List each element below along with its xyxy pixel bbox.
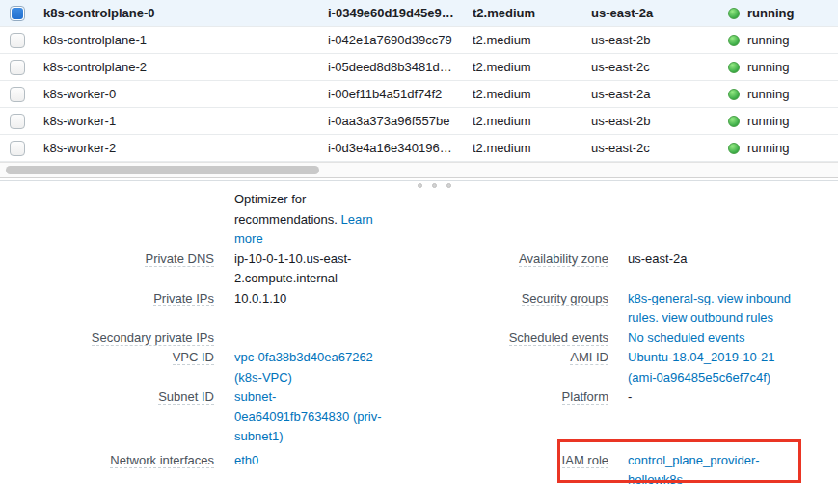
details-row: Optimizer for recommendations. Learn mor… — [0, 190, 838, 250]
scrollbar-thumb[interactable] — [6, 166, 319, 174]
security-groups-value: k8s-general-sg. view inbound rules. view… — [608, 289, 792, 329]
row-checkbox[interactable] — [10, 6, 25, 21]
cell-availability-zone: us-east-2c — [591, 60, 728, 74]
status-running-icon — [728, 143, 740, 154]
ec2-console-screen: k8s-controlplane-0 i-0349e60d19d45e9… t2… — [0, 0, 838, 504]
availability-zone-label: Availability zone — [385, 250, 608, 270]
private-ips-label: Private IPs — [0, 289, 214, 309]
state-label: running — [747, 6, 794, 20]
ami-id-value: Ubuntu-18.04_2019-10-21 (ami-0a96485e5c6… — [608, 348, 792, 387]
details-row: Private DNS ip-10-0-1-10.us-east-2.compu… — [0, 250, 838, 289]
vpc-id-value: vpc-0fa38b3d40ea67262 (k8s-VPC) — [214, 348, 385, 387]
subnet-id-label: Subnet ID — [0, 387, 214, 408]
cell-instance-name: k8s-worker-1 — [43, 114, 328, 128]
table-row[interactable]: k8s-worker-1 i-0aa3a373a96f557be t2.medi… — [0, 108, 838, 135]
security-groups-label: Security groups — [385, 289, 608, 309]
private-dns-label: Private DNS — [0, 250, 214, 270]
state-label: running — [747, 87, 789, 101]
table-row[interactable]: k8s-worker-0 i-00ef11b4a51df74f2 t2.medi… — [0, 81, 838, 108]
iam-role-value: control_plane_provider-hollowk8s — [608, 451, 792, 491]
checkbox-cell — [0, 114, 43, 129]
table-row[interactable]: k8s-controlplane-2 i-05deed8d8b3481d… t2… — [0, 54, 838, 81]
checkbox-cell — [0, 87, 43, 102]
cell-instance-type: t2.medium — [473, 141, 591, 155]
row-checkbox[interactable] — [10, 114, 25, 129]
network-interfaces-value: eth0 — [214, 451, 385, 471]
horizontal-scrollbar[interactable] — [0, 162, 838, 178]
cell-instance-state: running — [728, 33, 789, 47]
cell-availability-zone: us-east-2b — [591, 33, 728, 47]
secondary-private-ips-label: Secondary private IPs — [0, 329, 214, 349]
cell-instance-name: k8s-worker-2 — [43, 141, 328, 155]
row-checkbox[interactable] — [10, 141, 25, 156]
state-label: running — [747, 141, 789, 155]
security-groups-link[interactable]: k8s-general-sg. view inbound rules. view… — [628, 291, 791, 326]
instance-details-panel: Optimizer for recommendations. Learn mor… — [0, 180, 838, 503]
cell-instance-state: running — [728, 6, 794, 20]
details-row: Subnet ID subnet-0ea64091fb7634830 (priv… — [0, 387, 838, 447]
vpc-id-label: VPC ID — [0, 348, 214, 368]
eth0-link[interactable]: eth0 — [234, 453, 258, 467]
cell-availability-zone: us-east-2b — [591, 114, 728, 128]
state-label: running — [747, 60, 789, 74]
cell-instance-name: k8s-controlplane-2 — [43, 60, 328, 74]
details-row: Network interfaces eth0 IAM role control… — [0, 451, 838, 491]
optimizer-note: Optimizer for recommendations. Learn mor… — [214, 190, 385, 250]
panel-resize-handle[interactable] — [418, 183, 451, 188]
scheduled-events-value: No scheduled events — [608, 329, 792, 349]
subnet-id-link[interactable]: subnet-0ea64091fb7634830 (priv-subnet1) — [234, 389, 382, 443]
private-dns-value: ip-10-0-1-10.us-east-2.compute.internal — [214, 250, 385, 289]
cell-instance-state: running — [728, 114, 789, 128]
status-running-icon — [728, 8, 740, 19]
vpc-id-link[interactable]: vpc-0fa38b3d40ea67262 (k8s-VPC) — [234, 350, 373, 385]
cell-instance-type: t2.medium — [473, 60, 591, 74]
cell-instance-state: running — [728, 60, 789, 74]
checkbox-cell — [0, 33, 43, 48]
cell-instance-type: t2.medium — [473, 87, 591, 101]
details-row: VPC ID vpc-0fa38b3d40ea67262 (k8s-VPC) A… — [0, 348, 838, 387]
private-ips-value: 10.0.1.10 — [214, 289, 385, 309]
cell-instance-id: i-00ef11b4a51df74f2 — [328, 87, 473, 101]
row-checkbox[interactable] — [10, 33, 25, 48]
cell-instance-name: k8s-controlplane-1 — [43, 33, 328, 47]
optimizer-text: Optimizer for recommendations. — [234, 192, 338, 226]
cell-availability-zone: us-east-2a — [591, 87, 728, 101]
cell-availability-zone: us-east-2a — [591, 6, 728, 20]
ami-id-label: AMI ID — [385, 348, 608, 368]
subnet-id-value: subnet-0ea64091fb7634830 (priv-subnet1) — [214, 387, 385, 447]
cell-instance-id: i-0aa3a373a96f557be — [328, 114, 473, 128]
cell-instance-name: k8s-controlplane-0 — [43, 6, 328, 20]
platform-label: Platform — [385, 387, 608, 408]
scheduled-events-link[interactable]: No scheduled events — [628, 331, 744, 345]
row-checkbox[interactable] — [10, 87, 25, 102]
details-row: Private IPs 10.0.1.10 Security groups k8… — [0, 289, 838, 329]
cell-instance-state: running — [728, 141, 789, 155]
cell-instance-id: i-042e1a7690d39cc79 — [328, 33, 473, 47]
network-interfaces-label: Network interfaces — [0, 451, 214, 471]
table-row[interactable]: k8s-controlplane-1 i-042e1a7690d39cc79 t… — [0, 27, 838, 54]
checkbox-cell — [0, 141, 43, 156]
details-row: Secondary private IPs Scheduled events N… — [0, 329, 838, 349]
cell-instance-type: t2.medium — [473, 114, 591, 128]
state-label: running — [747, 33, 789, 47]
cell-instance-type: t2.medium — [473, 6, 591, 20]
status-running-icon — [728, 116, 740, 127]
state-label: running — [747, 114, 789, 128]
cell-instance-id: i-05deed8d8b3481d… — [328, 60, 473, 74]
checkbox-cell — [0, 60, 43, 75]
details-content: Optimizer for recommendations. Learn mor… — [0, 181, 838, 491]
cell-instance-id: i-0349e60d19d45e9… — [328, 6, 473, 20]
cell-instance-type: t2.medium — [473, 33, 591, 47]
cell-availability-zone: us-east-2c — [591, 141, 728, 155]
status-running-icon — [728, 35, 740, 46]
status-running-icon — [728, 89, 740, 100]
iam-role-link[interactable]: control_plane_provider-hollowk8s — [628, 453, 760, 488]
availability-zone-value: us-east-2a — [608, 250, 792, 270]
row-checkbox[interactable] — [10, 60, 25, 75]
ami-id-link[interactable]: Ubuntu-18.04_2019-10-21 (ami-0a96485e5c6… — [628, 350, 775, 385]
scheduled-events-label: Scheduled events — [385, 329, 608, 349]
table-row[interactable]: k8s-controlplane-0 i-0349e60d19d45e9… t2… — [0, 0, 838, 27]
table-row[interactable]: k8s-worker-2 i-0d3e4a16e340196… t2.mediu… — [0, 135, 838, 162]
status-running-icon — [728, 62, 740, 73]
iam-role-label: IAM role — [385, 451, 608, 471]
